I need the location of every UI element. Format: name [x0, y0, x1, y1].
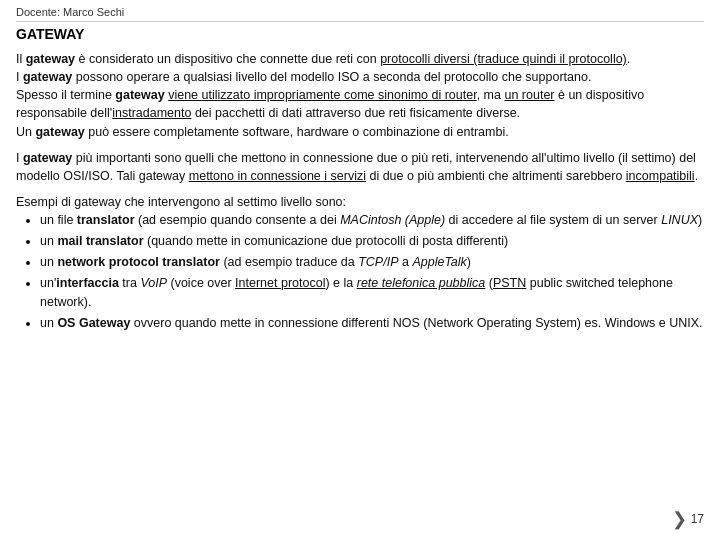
- bullet1-bold: translator: [77, 213, 135, 227]
- bullet3-italic2: AppleTalk: [412, 255, 466, 269]
- p1-gateway4: gateway: [35, 125, 84, 139]
- bullet4-italic1: VoIP: [140, 276, 167, 290]
- docente-bar: Docente: Marco Sechi: [16, 6, 704, 22]
- bullet-list: un file translator (ad esempio quando co…: [16, 211, 704, 332]
- p1-gateway3: gateway: [115, 88, 164, 102]
- p2-link-incompatibili: incompatibili: [626, 169, 695, 183]
- page-number: 17: [691, 512, 704, 526]
- bullet5-bold: OS Gateway: [57, 316, 130, 330]
- bullet4-link-pstn: PSTN: [493, 276, 526, 290]
- bullet4-bold: interfaccia: [56, 276, 119, 290]
- bullet-item-1: un file translator (ad esempio quando co…: [40, 211, 704, 229]
- bullet-item-4: un'interfaccia tra VoIP (voice over Inte…: [40, 274, 704, 310]
- bullet3-bold: network protocol translator: [57, 255, 220, 269]
- docente-label: Docente: Marco Sechi: [16, 6, 124, 18]
- p2-link-mettono: mettono in connessione i servizi: [189, 169, 366, 183]
- content-area: Il gateway è considerato un dispositivo …: [16, 50, 704, 332]
- bullet3-italic1: TCP/IP: [358, 255, 398, 269]
- next-arrow[interactable]: ❯: [672, 508, 687, 530]
- paragraph-2: I gateway più importanti sono quelli che…: [16, 149, 704, 185]
- bullet-item-2: un mail translator (quando mette in comu…: [40, 232, 704, 250]
- p1-gateway2: gateway: [23, 70, 72, 84]
- bullet4-link-rete: rete telefonica pubblica: [357, 276, 486, 290]
- bullet1-italic2: LINUX: [661, 213, 698, 227]
- p2-gateway: gateway: [23, 151, 72, 165]
- bullet4-link-internet: Internet protocol: [235, 276, 325, 290]
- bullet2-bold: mail translator: [57, 234, 143, 248]
- p1-gateway1: gateway: [26, 52, 75, 66]
- p1-link-un-router: un router: [504, 88, 554, 102]
- p1-link-instradamento: instradamento: [112, 106, 191, 120]
- bullet-item-5: un OS Gateway ovvero quando mette in con…: [40, 314, 704, 332]
- bullet1-italic1: MACintosh (Apple): [340, 213, 445, 227]
- p1-link1: protocolli diversi (traduce quindi il pr…: [380, 52, 627, 66]
- paragraph-3-intro: Esempi di gateway che intervengono al se…: [16, 193, 704, 211]
- p1-link-router: viene utilizzato impropriamente come sin…: [168, 88, 476, 102]
- section-title: GATEWAY: [16, 26, 704, 42]
- nav-area: ❯ 17: [672, 508, 704, 530]
- bullet-item-3: un network protocol translator (ad esemp…: [40, 253, 704, 271]
- p1-intro: Il gateway è considerato un dispositivo …: [16, 52, 644, 139]
- paragraph-1: Il gateway è considerato un dispositivo …: [16, 50, 704, 141]
